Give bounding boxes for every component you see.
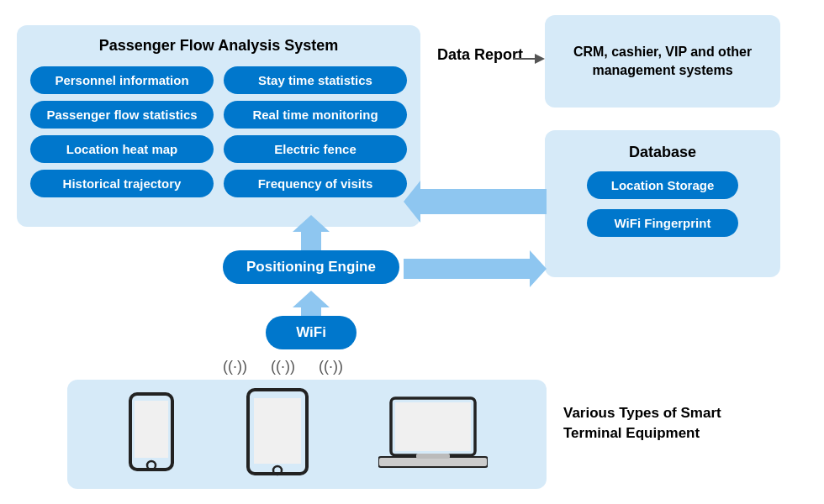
svg-rect-6	[135, 401, 168, 458]
data-report-label: Data Report	[437, 46, 523, 64]
pfa-box: Passenger Flow Analysis System Personnel…	[17, 25, 420, 227]
wifi-signal-3: ((·))	[319, 358, 343, 375]
positioning-engine-label: Positioning Engine	[223, 250, 399, 284]
wifi-signals: ((·)) ((·)) ((·))	[223, 358, 343, 375]
svg-rect-12	[395, 402, 471, 451]
svg-rect-14	[416, 454, 450, 459]
database-title: Database	[629, 144, 696, 161]
pfa-title: Passenger Flow Analysis System	[30, 37, 407, 55]
positioning-engine-box: Positioning Engine	[214, 248, 408, 286]
pill-electric-fence: Electric fence	[224, 135, 407, 163]
pill-location-heat: Location heat map	[30, 135, 214, 163]
pfa-grid: Personnel information Stay time statisti…	[30, 66, 407, 197]
arrow-pe-to-db	[404, 250, 551, 287]
crm-box: CRM, cashier, VIP and other management s…	[545, 15, 780, 108]
svg-marker-2	[404, 250, 547, 287]
arrow-data-report-crm	[513, 46, 545, 71]
pill-personnel: Personnel information	[30, 66, 214, 94]
phone-icon	[126, 392, 177, 476]
pill-location-storage: Location Storage	[587, 171, 738, 199]
wifi-label: WiFi	[266, 316, 357, 349]
pill-historical: Historical trajectory	[30, 170, 214, 197]
arrow-db-to-pfa	[404, 181, 551, 223]
pill-passenger-flow: Passenger flow statistics	[30, 101, 214, 129]
tablet-icon	[244, 388, 311, 480]
svg-rect-9	[254, 398, 301, 464]
svg-marker-1	[404, 181, 547, 223]
wifi-signal-2: ((·))	[271, 358, 295, 375]
laptop-icon	[378, 396, 488, 472]
diagram-container: Passenger Flow Analysis System Personnel…	[0, 0, 824, 504]
wifi-box: WiFi	[248, 315, 374, 350]
devices-box	[67, 380, 547, 489]
pill-stay-time: Stay time statistics	[224, 66, 407, 94]
pill-frequency: Frequency of visits	[224, 170, 407, 197]
pill-wifi-fingerprint: WiFi Fingerprint	[587, 209, 738, 237]
crm-title: CRM, cashier, VIP and other management s…	[558, 43, 767, 81]
database-box: Database Location Storage WiFi Fingerpri…	[545, 130, 780, 277]
various-types-label: Various Types of Smart Terminal Equipmen…	[563, 403, 782, 444]
pill-real-time: Real time monitoring	[224, 101, 407, 129]
wifi-signal-1: ((·))	[223, 358, 247, 375]
